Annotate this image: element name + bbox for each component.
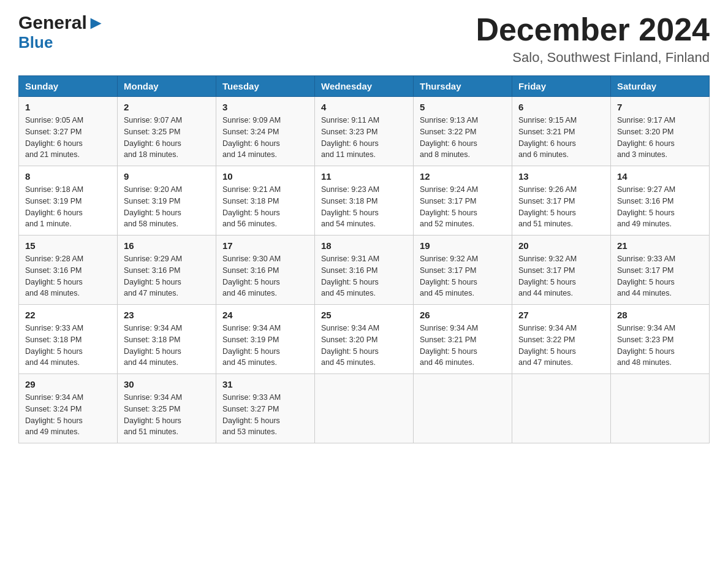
day-info: Sunrise: 9:32 AMSunset: 3:17 PMDaylight:… [420,253,506,299]
calendar-cell: 14Sunrise: 9:27 AMSunset: 3:16 PMDayligh… [611,166,710,236]
day-number: 5 [420,102,506,112]
calendar-cell: 20Sunrise: 9:32 AMSunset: 3:17 PMDayligh… [512,236,611,305]
day-number: 27 [518,310,604,320]
calendar-body: 1Sunrise: 9:05 AMSunset: 3:27 PMDaylight… [19,97,710,443]
calendar-cell: 30Sunrise: 9:34 AMSunset: 3:25 PMDayligh… [118,374,216,443]
calendar-cell: 1Sunrise: 9:05 AMSunset: 3:27 PMDaylight… [19,97,118,166]
day-info: Sunrise: 9:34 AMSunset: 3:19 PMDaylight:… [222,323,308,369]
day-number: 13 [518,171,604,182]
logo-arrow-icon: ► [87,12,105,33]
day-info: Sunrise: 9:20 AMSunset: 3:19 PMDaylight:… [124,184,210,230]
day-number: 21 [617,240,703,251]
day-number: 2 [124,102,210,112]
calendar-cell: 16Sunrise: 9:29 AMSunset: 3:16 PMDayligh… [118,236,216,305]
col-monday: Monday [118,76,216,97]
day-info: Sunrise: 9:33 AMSunset: 3:17 PMDaylight:… [617,253,703,299]
day-number: 22 [25,310,111,320]
calendar-week-row: 1Sunrise: 9:05 AMSunset: 3:27 PMDaylight… [19,97,710,166]
day-info: Sunrise: 9:34 AMSunset: 3:21 PMDaylight:… [420,323,506,369]
col-wednesday: Wednesday [315,76,414,97]
day-number: 18 [321,240,407,251]
calendar-cell [611,374,710,443]
calendar-week-row: 8Sunrise: 9:18 AMSunset: 3:19 PMDaylight… [19,166,710,236]
day-info: Sunrise: 9:34 AMSunset: 3:23 PMDaylight:… [617,323,703,369]
day-info: Sunrise: 9:05 AMSunset: 3:27 PMDaylight:… [25,115,111,161]
calendar-cell: 18Sunrise: 9:31 AMSunset: 3:16 PMDayligh… [315,236,414,305]
day-number: 31 [222,379,308,389]
calendar-cell [315,374,414,443]
day-number: 19 [420,240,506,251]
day-info: Sunrise: 9:09 AMSunset: 3:24 PMDaylight:… [222,115,308,161]
day-info: Sunrise: 9:30 AMSunset: 3:16 PMDaylight:… [222,253,308,299]
day-number: 7 [617,102,703,112]
day-number: 20 [518,240,604,251]
calendar-header: Sunday Monday Tuesday Wednesday Thursday… [19,76,710,97]
col-saturday: Saturday [611,76,710,97]
calendar-cell: 21Sunrise: 9:33 AMSunset: 3:17 PMDayligh… [611,236,710,305]
day-number: 24 [222,310,308,320]
calendar-cell: 25Sunrise: 9:34 AMSunset: 3:20 PMDayligh… [315,305,414,374]
calendar-cell: 29Sunrise: 9:34 AMSunset: 3:24 PMDayligh… [19,374,118,443]
day-number: 1 [25,102,111,112]
calendar-cell: 19Sunrise: 9:32 AMSunset: 3:17 PMDayligh… [414,236,512,305]
day-info: Sunrise: 9:34 AMSunset: 3:22 PMDaylight:… [518,323,604,369]
calendar-cell: 5Sunrise: 9:13 AMSunset: 3:22 PMDaylight… [414,97,512,166]
calendar-cell: 23Sunrise: 9:34 AMSunset: 3:18 PMDayligh… [118,305,216,374]
calendar-cell: 24Sunrise: 9:34 AMSunset: 3:19 PMDayligh… [216,305,315,374]
location-text: Salo, Southwest Finland, Finland [476,50,710,66]
calendar-cell: 13Sunrise: 9:26 AMSunset: 3:17 PMDayligh… [512,166,611,236]
day-info: Sunrise: 9:23 AMSunset: 3:18 PMDaylight:… [321,184,407,230]
day-info: Sunrise: 9:28 AMSunset: 3:16 PMDaylight:… [25,253,111,299]
calendar-cell: 8Sunrise: 9:18 AMSunset: 3:19 PMDaylight… [19,166,118,236]
logo: General► Blue [18,12,105,52]
calendar-cell: 3Sunrise: 9:09 AMSunset: 3:24 PMDaylight… [216,97,315,166]
header-row: Sunday Monday Tuesday Wednesday Thursday… [19,76,710,97]
calendar-cell: 11Sunrise: 9:23 AMSunset: 3:18 PMDayligh… [315,166,414,236]
day-info: Sunrise: 9:26 AMSunset: 3:17 PMDaylight:… [518,184,604,230]
day-info: Sunrise: 9:34 AMSunset: 3:24 PMDaylight:… [25,392,111,438]
calendar-cell [414,374,512,443]
calendar-cell: 31Sunrise: 9:33 AMSunset: 3:27 PMDayligh… [216,374,315,443]
day-info: Sunrise: 9:17 AMSunset: 3:20 PMDaylight:… [617,115,703,161]
day-number: 10 [222,171,308,182]
calendar-week-row: 22Sunrise: 9:33 AMSunset: 3:18 PMDayligh… [19,305,710,374]
calendar-cell: 22Sunrise: 9:33 AMSunset: 3:18 PMDayligh… [19,305,118,374]
day-info: Sunrise: 9:33 AMSunset: 3:18 PMDaylight:… [25,323,111,369]
calendar-cell: 12Sunrise: 9:24 AMSunset: 3:17 PMDayligh… [414,166,512,236]
page-header: General► Blue December 2024 Salo, Southw… [18,12,710,66]
day-number: 29 [25,379,111,389]
day-number: 11 [321,171,407,182]
day-info: Sunrise: 9:34 AMSunset: 3:18 PMDaylight:… [124,323,210,369]
day-info: Sunrise: 9:13 AMSunset: 3:22 PMDaylight:… [420,115,506,161]
day-info: Sunrise: 9:32 AMSunset: 3:17 PMDaylight:… [518,253,604,299]
title-block: December 2024 Salo, Southwest Finland, F… [476,12,710,66]
col-sunday: Sunday [19,76,118,97]
calendar-table: Sunday Monday Tuesday Wednesday Thursday… [18,75,710,443]
calendar-cell [512,374,611,443]
day-info: Sunrise: 9:21 AMSunset: 3:18 PMDaylight:… [222,184,308,230]
calendar-cell: 6Sunrise: 9:15 AMSunset: 3:21 PMDaylight… [512,97,611,166]
calendar-cell: 9Sunrise: 9:20 AMSunset: 3:19 PMDaylight… [118,166,216,236]
day-info: Sunrise: 9:07 AMSunset: 3:25 PMDaylight:… [124,115,210,161]
calendar-cell: 26Sunrise: 9:34 AMSunset: 3:21 PMDayligh… [414,305,512,374]
calendar-cell: 2Sunrise: 9:07 AMSunset: 3:25 PMDaylight… [118,97,216,166]
calendar-week-row: 29Sunrise: 9:34 AMSunset: 3:24 PMDayligh… [19,374,710,443]
day-number: 12 [420,171,506,182]
day-info: Sunrise: 9:15 AMSunset: 3:21 PMDaylight:… [518,115,604,161]
day-number: 26 [420,310,506,320]
calendar-cell: 10Sunrise: 9:21 AMSunset: 3:18 PMDayligh… [216,166,315,236]
day-info: Sunrise: 9:11 AMSunset: 3:23 PMDaylight:… [321,115,407,161]
calendar-cell: 4Sunrise: 9:11 AMSunset: 3:23 PMDaylight… [315,97,414,166]
day-info: Sunrise: 9:24 AMSunset: 3:17 PMDaylight:… [420,184,506,230]
day-info: Sunrise: 9:34 AMSunset: 3:25 PMDaylight:… [124,392,210,438]
calendar-week-row: 15Sunrise: 9:28 AMSunset: 3:16 PMDayligh… [19,236,710,305]
calendar-cell: 27Sunrise: 9:34 AMSunset: 3:22 PMDayligh… [512,305,611,374]
day-number: 8 [25,171,111,182]
calendar-cell: 15Sunrise: 9:28 AMSunset: 3:16 PMDayligh… [19,236,118,305]
day-info: Sunrise: 9:34 AMSunset: 3:20 PMDaylight:… [321,323,407,369]
day-number: 25 [321,310,407,320]
day-number: 15 [25,240,111,251]
col-tuesday: Tuesday [216,76,315,97]
day-number: 6 [518,102,604,112]
day-number: 3 [222,102,308,112]
